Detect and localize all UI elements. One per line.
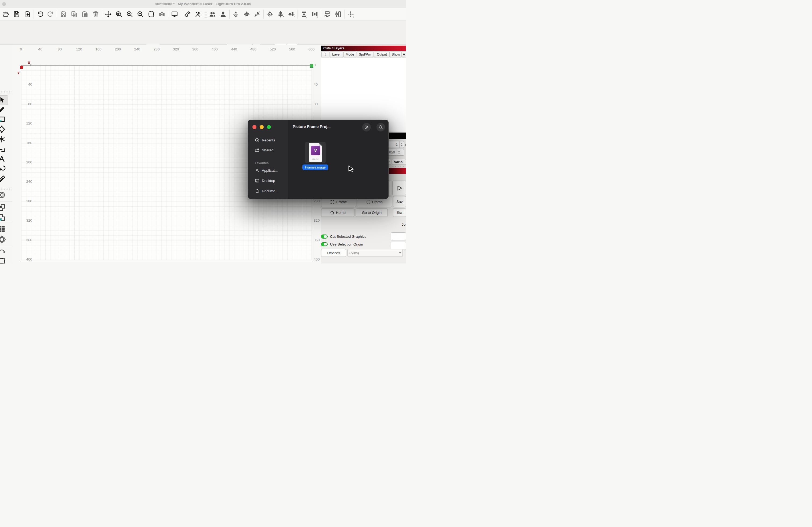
import-icon[interactable] (22, 9, 33, 19)
clock-icon (255, 138, 259, 142)
col-mode[interactable]: Mode (344, 51, 356, 57)
col-layer[interactable]: Layer (330, 51, 343, 57)
polygon-tool-icon[interactable] (0, 124, 7, 134)
focus-origin-icon[interactable] (264, 9, 275, 19)
close-icon[interactable] (252, 125, 257, 129)
variable-text-tab[interactable]: Varia (392, 159, 406, 165)
zoom-window-icon[interactable] (267, 125, 271, 129)
paste-icon[interactable] (79, 9, 90, 19)
use-origin-toggle[interactable] (321, 242, 328, 246)
sidebar-item-documents[interactable]: Docume... (255, 189, 278, 193)
flip-horizontal-icon[interactable] (241, 9, 252, 19)
rectangle-tool-icon[interactable] (0, 115, 7, 124)
camera-icon[interactable] (157, 9, 167, 19)
ruler-label: 80 (16, 102, 32, 106)
zoom-out-icon[interactable] (135, 9, 146, 19)
draw-lines-tool-icon[interactable] (0, 105, 7, 114)
mirror-diagonal-icon[interactable] (252, 9, 263, 19)
resize-height-icon[interactable] (333, 9, 344, 19)
sidebar-item-applications[interactable]: Applicat... (255, 168, 278, 173)
finder-window[interactable]: Recents Shared Favorites Applicat... Des… (248, 120, 389, 199)
boolean-union-tool-icon[interactable] (0, 213, 7, 222)
cut-icon[interactable] (58, 9, 69, 19)
start-button[interactable]: Sta (393, 209, 406, 217)
search-button[interactable] (376, 123, 385, 132)
distribute-vertical-icon[interactable] (299, 9, 309, 19)
job-origin-box-1[interactable] (391, 232, 406, 240)
file-name-label[interactable]: Frames.mage (302, 165, 328, 170)
array-circular-tool-icon[interactable] (0, 235, 7, 244)
pan-icon[interactable] (103, 9, 114, 19)
zoom-in-icon[interactable] (124, 9, 135, 19)
col-spd-pwr[interactable]: Spd/Pwr (357, 51, 374, 57)
save-icon[interactable] (11, 9, 22, 19)
preview-window-icon[interactable] (169, 9, 180, 19)
frame-selection-icon[interactable] (146, 9, 157, 19)
offset-rings-tool-icon[interactable] (0, 190, 7, 199)
col-air-fragment[interactable]: A (402, 51, 406, 57)
minimize-icon[interactable] (260, 125, 264, 129)
ruler-label: 200 (113, 47, 123, 51)
ungroup-icon[interactable] (218, 9, 229, 19)
strip-drag-handle[interactable] (1, 187, 11, 190)
laser-origin-marker-green[interactable] (310, 64, 313, 67)
toolbar-separator (33, 10, 34, 19)
ruler-label: 0 (16, 47, 26, 51)
resize-width-icon[interactable] (322, 9, 333, 19)
device-settings-icon[interactable] (192, 9, 203, 19)
laser-header-fragment[interactable] (389, 168, 406, 174)
layer-color-swatch[interactable] (389, 133, 406, 139)
measure-tool-icon[interactable] (0, 174, 7, 183)
device-select-dropdown[interactable]: (Auto) (347, 249, 403, 257)
col-show[interactable]: Show (390, 51, 402, 57)
strip-drag-handle[interactable] (1, 91, 11, 93)
mask-rect-tool-icon[interactable] (0, 256, 7, 264)
play-button[interactable] (392, 181, 406, 195)
cut-selected-toggle[interactable] (321, 235, 328, 239)
sidebar-item-shared[interactable]: Shared (255, 148, 274, 152)
sidebar-item-recents[interactable]: Recents (255, 138, 275, 142)
move-to-position-icon[interactable] (345, 9, 356, 19)
star-tool-icon[interactable] (0, 134, 7, 144)
cuts-layers-header[interactable]: Cuts / Layers (321, 46, 406, 51)
passes-stepper[interactable] (399, 141, 404, 148)
copy-icon[interactable] (69, 9, 79, 19)
zoom-to-page-icon[interactable] (114, 9, 124, 19)
align-horizontal-icon[interactable] (286, 9, 297, 19)
offset-shapes-tool-icon[interactable] (0, 203, 7, 212)
pen-offset-tool-icon[interactable] (0, 164, 7, 174)
mouse-cursor (348, 165, 355, 175)
corner-edit-tool-icon[interactable] (0, 144, 7, 153)
interval-stepper[interactable] (396, 149, 401, 155)
sidebar-item-desktop[interactable]: Desktop (255, 178, 275, 183)
select-tool-icon[interactable] (0, 95, 7, 104)
toolbar-expand-button[interactable] (362, 123, 371, 132)
save-gcode-button[interactable]: Sav (393, 196, 406, 207)
edit-nodes-tool-icon[interactable] (0, 246, 7, 255)
align-vertical-icon[interactable] (275, 9, 286, 19)
interval-field[interactable]: 050 (387, 149, 404, 156)
toolbar-drag-handle[interactable] (204, 10, 206, 18)
job-origin-box-2[interactable] (391, 242, 406, 250)
redo-icon[interactable] (45, 9, 56, 19)
col-output[interactable]: Output (374, 51, 390, 57)
undo-icon[interactable] (35, 9, 45, 19)
col-num[interactable]: # (321, 51, 330, 57)
group-icon[interactable] (207, 9, 218, 19)
home-button[interactable]: Home (321, 209, 354, 217)
flip-vertical-icon[interactable] (230, 9, 241, 19)
delete-icon[interactable] (90, 9, 101, 19)
open-icon[interactable] (1, 9, 11, 19)
app-store-icon (255, 168, 259, 173)
devices-button[interactable]: Devices (321, 249, 346, 257)
ruler-label: 40 (16, 82, 32, 86)
go-to-origin-button[interactable]: Go to Origin (356, 209, 388, 217)
panel-drag-handle[interactable] (392, 166, 404, 167)
text-tool-icon[interactable] (0, 154, 7, 163)
origin-marker-red[interactable] (20, 66, 23, 69)
distribute-horizontal-icon[interactable] (309, 9, 320, 19)
passes-field[interactable]: 1 (387, 141, 404, 148)
array-grid-tool-icon[interactable] (0, 224, 7, 233)
settings-icon[interactable] (182, 9, 192, 19)
shared-folder-icon (255, 148, 259, 152)
